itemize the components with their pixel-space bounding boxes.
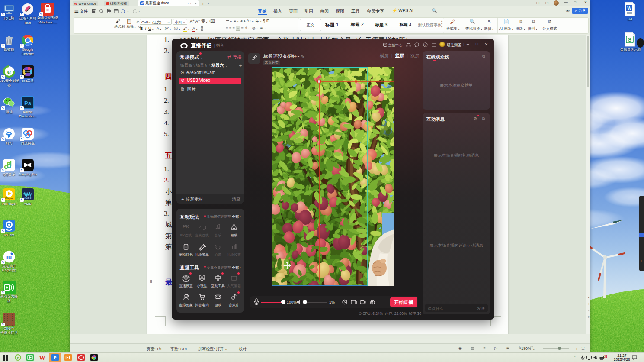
svg-text:?: ? [425, 43, 426, 46]
svg-text:W: W [39, 354, 45, 361]
svg-text:PK: PK [183, 224, 189, 229]
svg-text:W: W [627, 6, 631, 11]
svg-text:OBS: OBS [25, 70, 30, 73]
svg-text:iu: iu [6, 254, 12, 261]
svg-text:AIZB 3: AIZB 3 [24, 197, 31, 199]
svg-text:e: e [46, 7, 49, 12]
svg-text:e: e [17, 356, 19, 360]
svg-text:S: S [628, 37, 631, 43]
svg-text:Ps: Ps [24, 100, 31, 107]
svg-text:e: e [7, 68, 11, 75]
svg-text:Player: Player [5, 197, 13, 200]
